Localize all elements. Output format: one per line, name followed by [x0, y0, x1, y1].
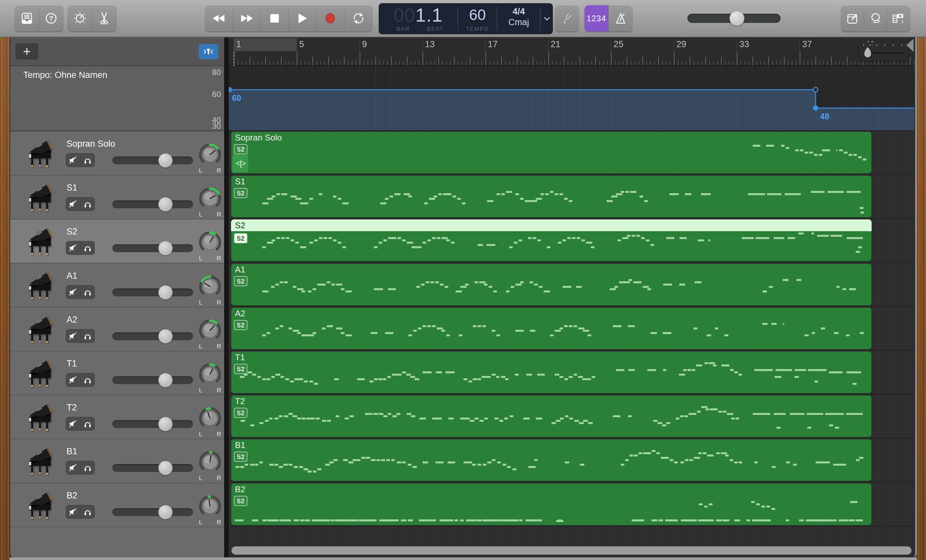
solo-headphones-button[interactable]	[80, 505, 95, 519]
tempo-automation-lane[interactable]: 6048	[229, 66, 914, 131]
track-volume-slider[interactable]	[112, 508, 193, 516]
count-in-button[interactable]: 1234	[584, 5, 608, 32]
track-name[interactable]: A2	[67, 315, 77, 325]
mute-button[interactable]	[66, 285, 80, 299]
pan-knob[interactable]: L R	[198, 495, 222, 526]
pan-knob[interactable]: L R	[198, 143, 222, 174]
stop-button[interactable]	[261, 5, 289, 32]
track-name[interactable]: S1	[67, 183, 77, 193]
track-name[interactable]: Sopran Solo	[67, 139, 115, 149]
mute-button[interactable]	[66, 197, 80, 211]
midi-region[interactable]: B2 52	[231, 483, 872, 525]
mute-button[interactable]	[66, 373, 80, 387]
metronome-button[interactable]	[608, 5, 632, 32]
midi-region[interactable]: A1 52	[231, 264, 872, 306]
track-volume-slider[interactable]	[112, 376, 193, 384]
quick-help-button[interactable]: ?	[39, 5, 63, 32]
midi-region[interactable]: T1 52	[231, 352, 872, 393]
cycle-range-indicator[interactable]	[234, 38, 297, 51]
lcd-tempo-section[interactable]: 60 TEMPO	[458, 3, 497, 34]
lcd-mode-menu[interactable]	[540, 6, 553, 31]
track-volume-slider[interactable]	[112, 157, 193, 165]
record-button[interactable]	[316, 5, 344, 32]
midi-region[interactable]: A2 52	[231, 308, 872, 349]
track-volume-thumb[interactable]	[158, 329, 172, 344]
solo-headphones-button[interactable]	[80, 241, 95, 255]
track-volume-thumb[interactable]	[158, 285, 172, 300]
tempo-track-header[interactable]: Tempo: Ohne Namen 80604030	[10, 66, 224, 131]
pan-knob[interactable]: L R	[198, 187, 222, 218]
track-volume-thumb[interactable]	[158, 373, 172, 387]
pan-knob[interactable]: L R	[198, 406, 222, 438]
catch-playhead-button[interactable]	[198, 44, 218, 59]
midi-region[interactable]: B1 52	[231, 439, 872, 481]
midi-region[interactable]: Sopran Solo 52 <[>	[231, 132, 872, 174]
track-volume-thumb[interactable]	[158, 153, 172, 168]
track-name[interactable]: A1	[67, 271, 77, 281]
mute-button[interactable]	[66, 153, 80, 167]
ruler-corner-arrow[interactable]	[906, 39, 914, 52]
track-volume-thumb[interactable]	[158, 505, 172, 519]
pan-knob[interactable]: L R	[198, 362, 222, 394]
track-volume-slider[interactable]	[112, 332, 193, 340]
mute-button[interactable]	[66, 505, 80, 519]
track-name[interactable]: S2	[67, 226, 77, 237]
track-header[interactable]: A2 L R	[10, 307, 224, 351]
solo-headphones-button[interactable]	[80, 153, 95, 167]
track-header[interactable]: T2 L R	[10, 395, 224, 439]
track-name[interactable]: B1	[67, 446, 77, 456]
zoom-slider-thumb[interactable]	[862, 47, 873, 59]
midi-region[interactable]: T2 52	[231, 395, 872, 437]
track-header[interactable]: T1 L R	[10, 351, 224, 395]
lcd-display[interactable]: 001.1 BAR BEAT 60 TEMPO 4/4 Cmaj	[379, 3, 553, 34]
solo-headphones-button[interactable]	[80, 373, 95, 387]
pan-knob[interactable]: L R	[198, 231, 222, 262]
solo-headphones-button[interactable]	[80, 461, 95, 474]
master-volume-thumb[interactable]	[729, 11, 744, 26]
track-name[interactable]: B2	[67, 491, 77, 501]
track-name[interactable]: T2	[67, 403, 77, 413]
track-volume-thumb[interactable]	[158, 241, 172, 255]
add-track-button[interactable]: +	[15, 43, 38, 60]
note-pad-button[interactable]	[841, 5, 864, 32]
region-pointer-marker[interactable]: <[>	[233, 155, 248, 172]
solo-headphones-button[interactable]	[80, 197, 95, 211]
track-volume-slider[interactable]	[112, 244, 193, 252]
ruler-ticks[interactable]	[229, 52, 914, 66]
track-header[interactable]: Sopran Solo L R	[10, 131, 224, 175]
mute-button[interactable]	[66, 417, 80, 431]
solo-headphones-button[interactable]	[80, 285, 95, 299]
master-volume-slider[interactable]	[687, 14, 781, 23]
fast-forward-button[interactable]	[233, 5, 261, 32]
track-volume-thumb[interactable]	[158, 197, 172, 211]
track-volume-slider[interactable]	[112, 201, 193, 208]
horizontal-scrollbar[interactable]	[232, 546, 912, 555]
track-header[interactable]: A1 L R	[10, 263, 224, 307]
track-header[interactable]: S2 L R	[10, 219, 224, 263]
mute-button[interactable]	[66, 241, 80, 255]
media-browser-button[interactable]: ♪	[887, 5, 910, 32]
ruler-bar-numbers[interactable]: 1591317212529333741	[229, 37, 914, 52]
solo-headphones-button[interactable]	[80, 417, 95, 431]
track-volume-slider[interactable]	[112, 420, 193, 428]
library-button[interactable]	[15, 5, 39, 32]
mute-button[interactable]	[66, 329, 80, 343]
track-volume-thumb[interactable]	[158, 417, 172, 431]
play-button[interactable]	[289, 5, 316, 32]
midi-region[interactable]: S1 52	[231, 175, 872, 217]
midi-region[interactable]: S2 52	[231, 219, 872, 261]
track-volume-slider[interactable]	[112, 464, 193, 472]
tuner-button[interactable]	[555, 5, 579, 32]
track-name[interactable]: T1	[67, 359, 77, 369]
track-header[interactable]: S1 L R	[10, 175, 224, 219]
cycle-button[interactable]	[344, 5, 372, 32]
pan-knob[interactable]: L R	[198, 318, 222, 350]
smart-controls-button[interactable]	[68, 5, 92, 32]
rewind-button[interactable]	[205, 5, 233, 32]
lcd-position-section[interactable]: 001.1 BAR BEAT	[379, 3, 457, 34]
track-volume-thumb[interactable]	[158, 461, 172, 475]
pan-knob[interactable]: L R	[198, 450, 222, 482]
zoom-slider[interactable]	[859, 42, 908, 61]
editors-button[interactable]	[92, 5, 117, 32]
track-header[interactable]: B1 L R	[10, 439, 224, 482]
